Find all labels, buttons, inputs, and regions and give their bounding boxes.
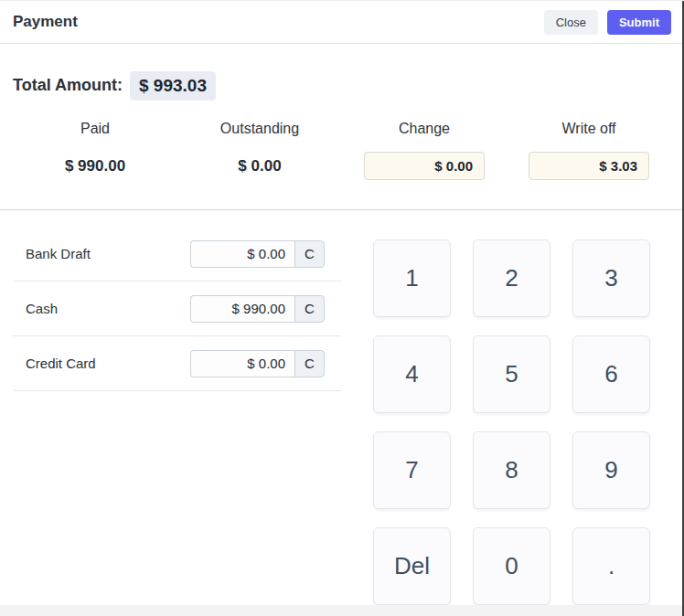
paid-column: Paid $ 990.00 [13, 121, 177, 180]
keypad-key-8[interactable]: 8 [473, 431, 550, 509]
keypad-key-5[interactable]: 5 [473, 335, 550, 413]
payment-dialog: Payment Close Submit Total Amount: $ 993… [0, 0, 684, 616]
keypad-key-9[interactable]: 9 [572, 431, 650, 509]
keypad-key-7[interactable]: 7 [373, 431, 451, 509]
header-actions: Close Submit [544, 10, 671, 35]
outstanding-value: $ 0.00 [177, 157, 342, 175]
summary-columns: Paid $ 990.00 Outstanding $ 0.00 Change … [13, 121, 671, 180]
total-amount-row: Total Amount: $ 993.03 [13, 71, 671, 100]
cash-amount-group: C [190, 295, 325, 323]
keypad-key-0[interactable]: 0 [473, 527, 550, 605]
paid-value: $ 990.00 [13, 157, 177, 175]
keypad-key-6[interactable]: 6 [572, 335, 650, 413]
page-background-strip [0, 605, 684, 616]
write-off-label: Write off [507, 121, 671, 137]
keypad-key-2[interactable]: 2 [473, 239, 550, 317]
method-row-bank-draft: Bank Draft C [13, 227, 341, 281]
cash-amount-input[interactable] [190, 295, 294, 323]
credit-card-amount-group: C [190, 350, 325, 377]
keypad-key-1[interactable]: 1 [373, 239, 451, 317]
method-row-cash: Cash C [13, 281, 341, 336]
dialog-header: Payment Close Submit [0, 1, 684, 44]
change-label: Change [342, 121, 507, 137]
total-amount-label: Total Amount: [13, 76, 123, 95]
bank-draft-amount-group: C [190, 240, 325, 268]
change-field[interactable] [364, 152, 485, 180]
total-amount-value: $ 993.03 [130, 71, 216, 101]
keypad-key-dot[interactable]: . [572, 527, 650, 605]
submit-button[interactable]: Submit [607, 10, 671, 35]
bank-draft-label: Bank Draft [26, 246, 91, 261]
close-button[interactable]: Close [544, 10, 598, 35]
credit-card-amount-input[interactable] [190, 350, 294, 377]
write-off-field[interactable] [529, 152, 649, 180]
outstanding-label: Outstanding [177, 121, 342, 137]
cash-clear-button[interactable]: C [294, 295, 325, 323]
write-off-column: Write off [507, 121, 671, 180]
paid-label: Paid [13, 121, 177, 137]
bank-draft-clear-button[interactable]: C [294, 240, 325, 268]
keypad-key-4[interactable]: 4 [373, 335, 451, 413]
main-area: Bank Draft C Cash C Credit Card C [0, 210, 684, 605]
page-title: Payment [13, 13, 78, 31]
cash-label: Cash [26, 301, 58, 316]
outstanding-column: Outstanding $ 0.00 [177, 121, 342, 180]
method-row-credit-card: Credit Card C [13, 336, 341, 391]
change-column: Change [342, 121, 507, 180]
keypad-area: 1 2 3 4 5 6 7 8 9 Del 0 . [342, 210, 684, 605]
credit-card-label: Credit Card [26, 356, 96, 371]
payment-summary: Total Amount: $ 993.03 Paid $ 990.00 Out… [0, 44, 684, 210]
keypad-key-3[interactable]: 3 [572, 239, 650, 317]
payment-methods-list: Bank Draft C Cash C Credit Card C [0, 210, 342, 605]
credit-card-clear-button[interactable]: C [294, 350, 325, 377]
keypad-key-del[interactable]: Del [373, 527, 451, 605]
numeric-keypad: 1 2 3 4 5 6 7 8 9 Del 0 . [373, 239, 684, 605]
bank-draft-amount-input[interactable] [190, 240, 294, 268]
